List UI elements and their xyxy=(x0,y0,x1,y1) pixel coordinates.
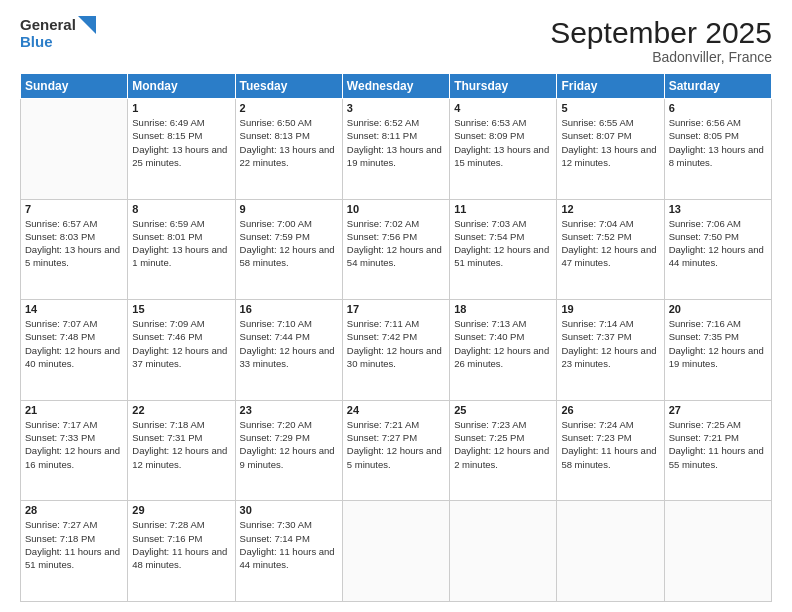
calendar-cell: 1Sunrise: 6:49 AMSunset: 8:15 PMDaylight… xyxy=(128,99,235,200)
day-number: 2 xyxy=(240,102,338,114)
cell-line: Sunrise: 7:24 AM xyxy=(561,418,659,431)
cell-line: Sunrise: 6:55 AM xyxy=(561,116,659,129)
day-number: 24 xyxy=(347,404,445,416)
calendar-cell: 30Sunrise: 7:30 AMSunset: 7:14 PMDayligh… xyxy=(235,501,342,602)
weekday-header: Saturday xyxy=(664,74,771,99)
cell-line: Daylight: 11 hours and 55 minutes. xyxy=(669,444,767,471)
cell-line: Sunrise: 7:25 AM xyxy=(669,418,767,431)
day-number: 10 xyxy=(347,203,445,215)
calendar-cell: 4Sunrise: 6:53 AMSunset: 8:09 PMDaylight… xyxy=(450,99,557,200)
cell-content: Sunrise: 7:09 AMSunset: 7:46 PMDaylight:… xyxy=(132,317,230,370)
cell-content: Sunrise: 6:56 AMSunset: 8:05 PMDaylight:… xyxy=(669,116,767,169)
cell-line: Daylight: 12 hours and 51 minutes. xyxy=(454,243,552,270)
weekday-header: Thursday xyxy=(450,74,557,99)
day-number: 1 xyxy=(132,102,230,114)
cell-line: Sunrise: 7:11 AM xyxy=(347,317,445,330)
cell-content: Sunrise: 7:18 AMSunset: 7:31 PMDaylight:… xyxy=(132,418,230,471)
cell-line: Sunset: 7:59 PM xyxy=(240,230,338,243)
calendar-cell: 22Sunrise: 7:18 AMSunset: 7:31 PMDayligh… xyxy=(128,400,235,501)
calendar-cell: 15Sunrise: 7:09 AMSunset: 7:46 PMDayligh… xyxy=(128,300,235,401)
cell-line: Sunset: 7:16 PM xyxy=(132,532,230,545)
calendar-cell xyxy=(21,99,128,200)
cell-line: Sunset: 7:46 PM xyxy=(132,330,230,343)
cell-line: Sunset: 7:44 PM xyxy=(240,330,338,343)
day-number: 28 xyxy=(25,504,123,516)
cell-line: Daylight: 12 hours and 33 minutes. xyxy=(240,344,338,371)
calendar-cell: 23Sunrise: 7:20 AMSunset: 7:29 PMDayligh… xyxy=(235,400,342,501)
cell-line: Daylight: 13 hours and 19 minutes. xyxy=(347,143,445,170)
svg-marker-0 xyxy=(78,16,96,34)
cell-line: Sunset: 7:25 PM xyxy=(454,431,552,444)
calendar-cell: 12Sunrise: 7:04 AMSunset: 7:52 PMDayligh… xyxy=(557,199,664,300)
day-number: 26 xyxy=(561,404,659,416)
cell-content: Sunrise: 7:06 AMSunset: 7:50 PMDaylight:… xyxy=(669,217,767,270)
day-number: 14 xyxy=(25,303,123,315)
calendar-cell xyxy=(450,501,557,602)
logo-icon xyxy=(78,16,96,34)
calendar-title: September 2025 xyxy=(550,16,772,49)
cell-line: Sunrise: 7:21 AM xyxy=(347,418,445,431)
title-block: September 2025 Badonviller, France xyxy=(550,16,772,65)
day-number: 19 xyxy=(561,303,659,315)
calendar-cell: 6Sunrise: 6:56 AMSunset: 8:05 PMDaylight… xyxy=(664,99,771,200)
cell-line: Sunset: 7:18 PM xyxy=(25,532,123,545)
weekday-header-row: SundayMondayTuesdayWednesdayThursdayFrid… xyxy=(21,74,772,99)
calendar-week-row: 21Sunrise: 7:17 AMSunset: 7:33 PMDayligh… xyxy=(21,400,772,501)
cell-content: Sunrise: 6:59 AMSunset: 8:01 PMDaylight:… xyxy=(132,217,230,270)
cell-line: Daylight: 12 hours and 5 minutes. xyxy=(347,444,445,471)
cell-line: Daylight: 13 hours and 5 minutes. xyxy=(25,243,123,270)
calendar-cell xyxy=(664,501,771,602)
day-number: 5 xyxy=(561,102,659,114)
cell-content: Sunrise: 6:52 AMSunset: 8:11 PMDaylight:… xyxy=(347,116,445,169)
cell-line: Daylight: 12 hours and 54 minutes. xyxy=(347,243,445,270)
logo: General Blue xyxy=(20,16,96,51)
calendar-cell: 17Sunrise: 7:11 AMSunset: 7:42 PMDayligh… xyxy=(342,300,449,401)
cell-line: Sunrise: 6:53 AM xyxy=(454,116,552,129)
cell-line: Daylight: 11 hours and 44 minutes. xyxy=(240,545,338,572)
calendar-cell xyxy=(342,501,449,602)
cell-line: Daylight: 11 hours and 58 minutes. xyxy=(561,444,659,471)
cell-line: Daylight: 12 hours and 9 minutes. xyxy=(240,444,338,471)
cell-content: Sunrise: 7:00 AMSunset: 7:59 PMDaylight:… xyxy=(240,217,338,270)
calendar-cell: 8Sunrise: 6:59 AMSunset: 8:01 PMDaylight… xyxy=(128,199,235,300)
day-number: 8 xyxy=(132,203,230,215)
day-number: 25 xyxy=(454,404,552,416)
calendar-cell: 14Sunrise: 7:07 AMSunset: 7:48 PMDayligh… xyxy=(21,300,128,401)
cell-content: Sunrise: 7:14 AMSunset: 7:37 PMDaylight:… xyxy=(561,317,659,370)
cell-line: Sunset: 8:01 PM xyxy=(132,230,230,243)
cell-content: Sunrise: 6:55 AMSunset: 8:07 PMDaylight:… xyxy=(561,116,659,169)
cell-line: Sunrise: 7:14 AM xyxy=(561,317,659,330)
day-number: 15 xyxy=(132,303,230,315)
cell-line: Sunrise: 6:57 AM xyxy=(25,217,123,230)
day-number: 6 xyxy=(669,102,767,114)
cell-line: Daylight: 11 hours and 51 minutes. xyxy=(25,545,123,572)
cell-line: Sunrise: 7:00 AM xyxy=(240,217,338,230)
cell-line: Sunset: 7:40 PM xyxy=(454,330,552,343)
calendar-cell: 10Sunrise: 7:02 AMSunset: 7:56 PMDayligh… xyxy=(342,199,449,300)
cell-line: Sunrise: 7:16 AM xyxy=(669,317,767,330)
cell-content: Sunrise: 7:30 AMSunset: 7:14 PMDaylight:… xyxy=(240,518,338,571)
cell-content: Sunrise: 7:27 AMSunset: 7:18 PMDaylight:… xyxy=(25,518,123,571)
calendar-cell: 7Sunrise: 6:57 AMSunset: 8:03 PMDaylight… xyxy=(21,199,128,300)
day-number: 16 xyxy=(240,303,338,315)
calendar-cell xyxy=(557,501,664,602)
cell-line: Daylight: 13 hours and 12 minutes. xyxy=(561,143,659,170)
weekday-header: Friday xyxy=(557,74,664,99)
calendar-cell: 20Sunrise: 7:16 AMSunset: 7:35 PMDayligh… xyxy=(664,300,771,401)
calendar-cell: 28Sunrise: 7:27 AMSunset: 7:18 PMDayligh… xyxy=(21,501,128,602)
calendar-subtitle: Badonviller, France xyxy=(550,49,772,65)
cell-content: Sunrise: 7:25 AMSunset: 7:21 PMDaylight:… xyxy=(669,418,767,471)
cell-line: Sunset: 7:50 PM xyxy=(669,230,767,243)
day-number: 3 xyxy=(347,102,445,114)
cell-line: Sunset: 8:09 PM xyxy=(454,129,552,142)
cell-line: Sunrise: 7:17 AM xyxy=(25,418,123,431)
cell-line: Sunrise: 6:52 AM xyxy=(347,116,445,129)
cell-line: Sunrise: 7:10 AM xyxy=(240,317,338,330)
logo-general: General xyxy=(20,17,76,34)
cell-line: Sunset: 7:23 PM xyxy=(561,431,659,444)
day-number: 21 xyxy=(25,404,123,416)
day-number: 20 xyxy=(669,303,767,315)
cell-line: Sunrise: 7:18 AM xyxy=(132,418,230,431)
cell-content: Sunrise: 7:04 AMSunset: 7:52 PMDaylight:… xyxy=(561,217,659,270)
calendar-cell: 26Sunrise: 7:24 AMSunset: 7:23 PMDayligh… xyxy=(557,400,664,501)
